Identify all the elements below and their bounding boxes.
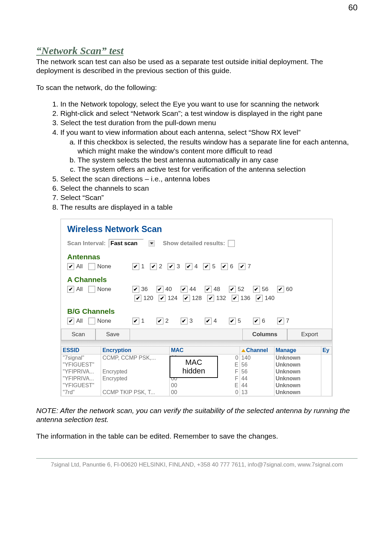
mac-overlay-line1: MAC <box>173 358 214 367</box>
cell-encryption: CCMP TKIP PSK, T... <box>101 389 170 396</box>
col-encryption-header[interactable]: Encryption <box>101 346 170 354</box>
chevron-down-icon[interactable] <box>149 240 155 247</box>
mac-overlay-line2: hidden <box>173 367 214 375</box>
section-heading: “Network Scan” test <box>36 45 358 57</box>
a-chan-checkbox[interactable] <box>183 295 190 302</box>
a-chan-checkbox[interactable] <box>159 295 165 302</box>
bg-chan-checkbox[interactable] <box>253 318 260 324</box>
closing-paragraph: The information in the table can be edit… <box>36 432 358 441</box>
cell-essid: "YFIGUEST" <box>61 361 101 368</box>
bg-channels-heading: B/G Channels <box>61 302 332 316</box>
a-chan-checkbox[interactable] <box>277 286 284 293</box>
a-chan-opt: 120 <box>143 295 153 302</box>
panel-title: Wireless Network Scan <box>61 219 332 236</box>
col-mac-header[interactable]: MAC <box>169 346 240 354</box>
col-channel-header[interactable]: Channel <box>240 346 274 354</box>
none-label: None <box>97 263 111 270</box>
a-channels-row-2: 120 124 128 132 136 140 <box>61 293 332 302</box>
step-3: Select the test duration from the pull-d… <box>60 118 358 127</box>
antenna-5-checkbox[interactable] <box>203 263 210 270</box>
bg-chan-opt: 6 <box>262 318 272 324</box>
a-chan-opt: 36 <box>141 286 151 293</box>
antennas-all-checkbox[interactable] <box>67 263 74 270</box>
a-chan-opt: 136 <box>241 295 250 302</box>
cell-manage: Unknown <box>274 354 321 361</box>
step-2: Right-click and select “Network Scan”; a… <box>60 109 358 118</box>
show-detailed-checkbox[interactable] <box>228 240 235 247</box>
a-chan-opt: 48 <box>214 286 223 293</box>
a-chan-checkbox[interactable] <box>132 286 139 293</box>
a-chan-checkbox[interactable] <box>205 286 212 293</box>
antenna-4-checkbox[interactable] <box>185 263 192 270</box>
table-row[interactable]: "YFIGUEST"00E44Unknown <box>61 382 332 389</box>
a-channels-heading: A Channels <box>61 271 332 284</box>
a-none-checkbox[interactable] <box>88 286 95 293</box>
wireless-scan-panel: Wireless Network Scan Scan Interval: Fas… <box>60 219 333 397</box>
a-chan-checkbox[interactable] <box>229 286 236 293</box>
antenna-2-checkbox[interactable] <box>150 263 157 270</box>
bg-chan-checkbox[interactable] <box>157 318 163 324</box>
bg-chan-checkbox[interactable] <box>181 318 188 324</box>
scan-interval-row: Scan Interval: Fast scan Show detailed r… <box>61 236 332 248</box>
save-button[interactable]: Save <box>96 329 130 340</box>
all-label: All <box>76 286 83 293</box>
table-header-row: ESSID Encryption MAC Channel Manage Ey <box>61 346 332 354</box>
cell-manage: Unknown <box>274 361 321 368</box>
footer-text: 7signal Ltd, Panuntie 6, FI-00620 HELSIN… <box>36 459 358 472</box>
a-chan-checkbox[interactable] <box>232 295 239 302</box>
scan-button[interactable]: Scan <box>61 329 96 340</box>
screenshot-panel: Wireless Network Scan Scan Interval: Fas… <box>60 219 333 397</box>
note-paragraph: NOTE: After the network scan, you can ve… <box>36 406 358 424</box>
a-all-checkbox[interactable] <box>67 286 74 293</box>
intro-paragraph-2: To scan the network, do the following: <box>36 83 358 92</box>
cell-encryption: Encrypted <box>101 375 170 382</box>
bg-all-checkbox[interactable] <box>67 318 74 324</box>
scan-interval-dropdown[interactable]: Fast scan <box>109 239 144 248</box>
separator-bar <box>61 340 332 346</box>
cell-channel: 56 <box>240 361 274 368</box>
step-7: Select “Scan” <box>60 193 358 202</box>
col-channel-label: Channel <box>246 347 268 353</box>
cell-encryption <box>101 382 170 389</box>
none-label: None <box>97 286 111 293</box>
a-chan-checkbox[interactable] <box>181 286 188 293</box>
export-button[interactable]: Export <box>287 329 332 340</box>
a-channels-row-1: All None 36 40 44 48 52 56 60 <box>61 284 332 293</box>
columns-button[interactable]: Columns <box>242 329 287 340</box>
step-4a: If this checkbox is selected, the result… <box>78 138 358 156</box>
step-4c: The system offers an active test for ver… <box>78 165 358 174</box>
a-chan-checkbox[interactable] <box>207 295 214 302</box>
antenna-6-checkbox[interactable] <box>221 263 228 270</box>
table-row[interactable]: "7rd"CCMP TKIP PSK, T...00013Unknown <box>61 389 332 396</box>
cell-encryption: CCMP, CCMP PSK,... <box>101 354 170 361</box>
col-ey-header[interactable]: Ey <box>321 346 332 354</box>
a-chan-checkbox[interactable] <box>256 295 263 302</box>
antenna-1-checkbox[interactable] <box>132 263 139 270</box>
a-chan-checkbox[interactable] <box>134 295 141 302</box>
cell-channel: 44 <box>240 382 274 389</box>
button-spacer <box>130 329 242 340</box>
cell-mac: 000 <box>169 389 240 396</box>
cell-encryption: Encrypted <box>101 368 170 375</box>
antenna-opt: 6 <box>230 263 233 270</box>
a-chan-checkbox[interactable] <box>253 286 260 293</box>
bg-chan-checkbox[interactable] <box>205 318 212 324</box>
antenna-7-checkbox[interactable] <box>239 263 245 270</box>
cell-ey <box>321 389 332 396</box>
col-essid-header[interactable]: ESSID <box>61 346 101 354</box>
antenna-3-checkbox[interactable] <box>168 263 174 270</box>
bg-chan-checkbox[interactable] <box>132 318 139 324</box>
cell-manage: Unknown <box>274 368 321 375</box>
antenna-opt: 7 <box>248 263 251 270</box>
bg-chan-checkbox[interactable] <box>229 318 236 324</box>
col-manage-header[interactable]: Manage <box>274 346 321 354</box>
all-label: All <box>76 318 83 324</box>
a-chan-checkbox[interactable] <box>157 286 163 293</box>
sort-asc-icon <box>241 349 245 352</box>
antennas-none-checkbox[interactable] <box>88 263 95 270</box>
step-4-sublist: If this checkbox is selected, the result… <box>60 138 358 174</box>
cell-channel: 140 <box>240 354 274 361</box>
cell-mac: 00E <box>169 382 240 389</box>
bg-chan-checkbox[interactable] <box>277 318 284 324</box>
bg-none-checkbox[interactable] <box>88 318 95 324</box>
